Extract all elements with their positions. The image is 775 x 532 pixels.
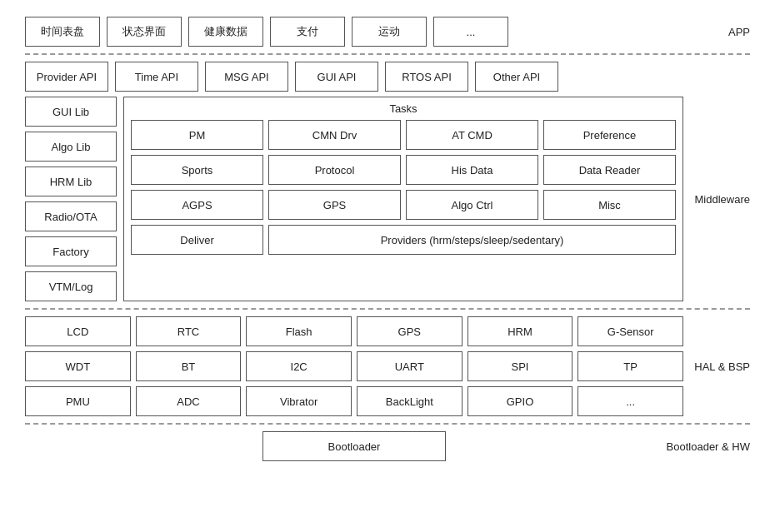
- tasks-grid: PMCMN DrvAT CMDPreferenceSportsProtocolH…: [131, 120, 676, 255]
- api-box: RTOS API: [385, 62, 468, 92]
- hal-box: ADC: [136, 386, 242, 416]
- hal-box: UART: [357, 351, 462, 381]
- hal-section: LCDRTCFlashGPSHRMG-SensorWDTBTI2CUARTSPI…: [25, 316, 750, 416]
- middleware-label: Middleware: [695, 193, 750, 206]
- hal-box: G-Sensor: [578, 316, 683, 346]
- task-box: AT CMD: [406, 120, 538, 150]
- task-box: Misc: [543, 190, 676, 220]
- task-box: CMN Drv: [268, 120, 401, 150]
- task-box: AGPS: [131, 190, 263, 220]
- task-box: Sports: [131, 155, 263, 185]
- api-box: GUI API: [295, 62, 378, 92]
- app-row: 时间表盘状态界面健康数据支付运动...: [25, 17, 750, 47]
- api-box: Other API: [475, 62, 558, 92]
- hal-box: HRM: [468, 316, 573, 346]
- task-box: Preference: [543, 120, 676, 150]
- task-box: Deliver: [131, 225, 263, 255]
- divider-3: [25, 423, 750, 425]
- divider-1: [25, 53, 750, 55]
- hal-box: Vibrator: [246, 386, 352, 416]
- hal-box: Flash: [246, 316, 352, 346]
- hal-grid: LCDRTCFlashGPSHRMG-SensorWDTBTI2CUARTSPI…: [25, 316, 683, 416]
- hal-box: RTC: [136, 316, 242, 346]
- tasks-block: Tasks PMCMN DrvAT CMDPreferenceSportsPro…: [123, 97, 683, 301]
- app-label: APP: [728, 26, 750, 38]
- api-box: MSG API: [205, 62, 288, 92]
- leftcol-box: Radio/OTA: [25, 201, 117, 231]
- hal-box: TP: [578, 351, 683, 381]
- task-box: His Data: [406, 155, 538, 185]
- task-box: Providers (hrm/steps/sleep/sedentary): [268, 225, 676, 255]
- hal-box: WDT: [25, 351, 131, 381]
- hal-box: BT: [136, 351, 242, 381]
- app-box: 支付: [270, 17, 345, 47]
- task-box: PM: [131, 120, 263, 150]
- hal-box: PMU: [25, 386, 131, 416]
- leftcol-box: Algo Lib: [25, 132, 117, 162]
- app-box: 时间表盘: [25, 17, 100, 47]
- task-box: Data Reader: [543, 155, 676, 185]
- api-box: Time API: [115, 62, 198, 92]
- bootloader-row: Bootloader: [25, 431, 750, 461]
- api-box: Provider API: [25, 62, 108, 92]
- leftcol-box: GUI Lib: [25, 97, 117, 127]
- leftcol-box: HRM Lib: [25, 167, 117, 196]
- divider-2: [25, 308, 750, 310]
- bootloader-box: Bootloader: [262, 431, 446, 461]
- bootloader-label: Bootloader & HW: [667, 440, 750, 453]
- hal-box: LCD: [25, 316, 131, 346]
- hal-box: GPS: [357, 316, 462, 346]
- task-box: GPS: [268, 190, 401, 220]
- task-box: Algo Ctrl: [406, 190, 538, 220]
- app-box: 运动: [352, 17, 427, 47]
- hal-box: ...: [578, 386, 683, 416]
- tasks-title: Tasks: [131, 102, 676, 115]
- hal-box: I2C: [246, 351, 352, 381]
- app-box: 状态界面: [107, 17, 182, 47]
- hal-box: GPIO: [468, 386, 573, 416]
- leftcol-box: Factory: [25, 236, 117, 266]
- left-col: GUI LibAlgo LibHRM LibRadio/OTAFactoryVT…: [25, 97, 117, 301]
- app-box: ...: [433, 17, 508, 47]
- hal-box: BackLight: [357, 386, 462, 416]
- hal-label: HAL & BSP: [694, 360, 750, 373]
- api-row: Provider APITime APIMSG APIGUI APIRTOS A…: [25, 62, 750, 92]
- app-box: 健康数据: [188, 17, 263, 47]
- leftcol-box: VTM/Log: [25, 271, 117, 301]
- task-box: Protocol: [268, 155, 401, 185]
- hal-box: SPI: [468, 351, 573, 381]
- middleware-section: GUI LibAlgo LibHRM LibRadio/OTAFactoryVT…: [25, 97, 750, 301]
